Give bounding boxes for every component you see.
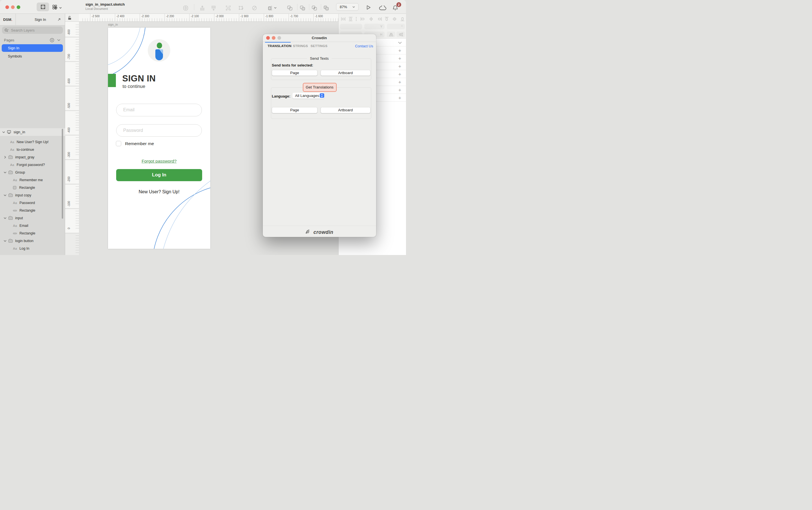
language-dropdown[interactable]: All Languages xyxy=(292,93,325,99)
email-field[interactable]: Email xyxy=(116,104,202,116)
create-symbol-icon[interactable] xyxy=(183,6,188,10)
search-layers-input[interactable]: Search Layers xyxy=(2,27,63,34)
layer-row[interactable]: input copy xyxy=(0,192,62,199)
ruler-label: 0 xyxy=(67,223,70,234)
to-continue-text[interactable]: to continue xyxy=(123,84,145,89)
no-style-icon[interactable] xyxy=(252,6,257,10)
email-placeholder: Email xyxy=(123,107,135,113)
logo-blue-drop[interactable] xyxy=(155,49,163,60)
align-top-icon[interactable] xyxy=(384,17,389,22)
heading-green-square[interactable] xyxy=(108,74,116,87)
boolean-subtract-icon[interactable] xyxy=(300,6,305,10)
sidebar-scrollbar[interactable] xyxy=(62,129,63,219)
tab-strings[interactable]: STRINGS xyxy=(293,44,308,48)
layer-artboard-row[interactable]: sign_in xyxy=(0,128,65,136)
logo-green-dot[interactable] xyxy=(157,42,162,49)
canvas-mode-button[interactable] xyxy=(37,3,49,11)
boolean-intersect-icon[interactable] xyxy=(312,6,317,10)
plus-icon: + xyxy=(398,64,401,69)
artboard-title-label[interactable]: sign_in xyxy=(108,23,118,26)
pages-collapse-icon[interactable] xyxy=(57,39,60,41)
send-artboard-button[interactable]: Artboard xyxy=(321,70,371,76)
sign-in-heading[interactable]: SIGN IN xyxy=(122,73,156,84)
contact-us-link[interactable]: Contact Us xyxy=(355,44,373,48)
align-center-horizontal-icon[interactable] xyxy=(369,17,374,22)
minimize-window-button[interactable] xyxy=(11,5,14,9)
layer-row[interactable]: AaRemember me xyxy=(0,177,62,184)
distribute-horizontal-icon[interactable] xyxy=(341,17,346,22)
language-value: All Languages xyxy=(295,94,319,98)
zoom-chevron-icon xyxy=(352,6,355,8)
align-left-icon[interactable] xyxy=(360,17,365,22)
artboard-sign-in[interactable]: SIGN IN to continue Email Password Remem… xyxy=(108,28,211,249)
layer-row[interactable]: impact_gray xyxy=(0,154,62,161)
layer-row[interactable]: AaLog In xyxy=(0,245,62,252)
layer-row[interactable]: Group xyxy=(0,169,62,176)
unlock-icon[interactable] xyxy=(68,16,71,20)
layer-row[interactable]: AaForgot password? xyxy=(0,161,62,169)
layer-row[interactable]: Aato-continue xyxy=(0,146,62,153)
tab-translation[interactable]: TRANSLATION xyxy=(267,44,292,48)
layer-row[interactable]: AaEmail xyxy=(0,222,62,229)
send-page-button[interactable]: Page xyxy=(272,70,317,76)
zoom-window-button[interactable] xyxy=(17,5,20,9)
tab-settings[interactable]: SETTINGS xyxy=(311,44,328,48)
ruler-label: -1 700 xyxy=(290,14,298,18)
sidebar-page-symbols[interactable]: Symbols xyxy=(8,54,22,58)
remember-me-label[interactable]: Remember me xyxy=(125,141,154,146)
log-in-button[interactable]: Log In xyxy=(116,169,202,181)
ruler-corner xyxy=(65,14,79,22)
more-options-icon[interactable] xyxy=(355,17,357,22)
resize-chevron-icon[interactable] xyxy=(274,7,277,9)
chevron-right-icon[interactable] xyxy=(4,156,6,159)
flip-horizontal-button[interactable] xyxy=(387,32,395,37)
layer-row[interactable]: AaNew User? Sign Up! xyxy=(0,139,62,146)
layer-row[interactable]: Rectangle xyxy=(0,230,62,237)
text-layer-icon: Aa xyxy=(10,140,14,144)
chevron-down-icon[interactable] xyxy=(2,131,5,133)
sidebar-page-sign-in[interactable]: Sign In xyxy=(2,44,63,52)
align-right-icon[interactable] xyxy=(377,17,382,22)
ungroup-selection-icon[interactable] xyxy=(238,6,243,10)
chevron-down-icon[interactable] xyxy=(4,240,6,242)
layer-row[interactable]: input xyxy=(0,215,62,222)
boolean-union-icon[interactable] xyxy=(287,6,292,10)
chevron-down-icon[interactable] xyxy=(4,217,6,219)
layer-row[interactable]: Rectangle xyxy=(0,207,62,214)
layer-row[interactable]: Rectangle xyxy=(0,184,62,191)
group-selection-icon[interactable] xyxy=(226,6,231,10)
add-page-icon[interactable] xyxy=(50,38,54,42)
tab-current-page[interactable]: Sign In xyxy=(16,14,65,25)
move-forward-icon[interactable] xyxy=(200,6,205,10)
cloud-sync-icon[interactable] xyxy=(379,6,386,10)
resize-icon[interactable] xyxy=(267,6,272,10)
tab-dsm[interactable]: DSM. xyxy=(0,14,16,25)
get-translations-button[interactable]: Get Translations xyxy=(303,83,337,92)
chevron-down-icon[interactable] xyxy=(4,194,6,196)
distribute-vertical-icon[interactable] xyxy=(348,17,353,22)
y-position-field[interactable]: Y xyxy=(364,24,384,29)
boolean-difference-icon[interactable] xyxy=(324,6,329,10)
sign-up-text[interactable]: New User? Sign Up! xyxy=(108,189,211,194)
align-middle-vertical-icon[interactable] xyxy=(392,17,397,22)
layer-row[interactable]: login button xyxy=(0,238,62,245)
distribute-icon[interactable] xyxy=(211,6,216,10)
rotation-field[interactable]: ° xyxy=(387,24,405,29)
align-bottom-icon[interactable] xyxy=(400,17,405,22)
get-page-button[interactable]: Page xyxy=(272,107,317,113)
insert-chevron-icon[interactable] xyxy=(59,7,62,9)
password-field[interactable]: Password xyxy=(116,124,202,137)
chevron-down-icon[interactable] xyxy=(4,172,6,173)
forgot-password-link[interactable]: Forgot password? xyxy=(108,159,211,164)
zoom-level-dropdown[interactable]: 87% xyxy=(336,3,359,11)
insert-plus-icon[interactable] xyxy=(54,6,58,10)
x-position-field[interactable] xyxy=(340,24,362,29)
close-window-button[interactable] xyxy=(5,5,9,9)
preview-play-icon[interactable] xyxy=(367,5,371,10)
get-artboard-button[interactable]: Artboard xyxy=(321,107,371,113)
text-layer-icon: Aa xyxy=(13,224,17,228)
ruler-label: -600 xyxy=(67,76,70,87)
layer-row[interactable]: AaPassword xyxy=(0,200,62,207)
remember-me-checkbox[interactable] xyxy=(116,141,121,146)
flip-vertical-button[interactable] xyxy=(397,32,405,37)
